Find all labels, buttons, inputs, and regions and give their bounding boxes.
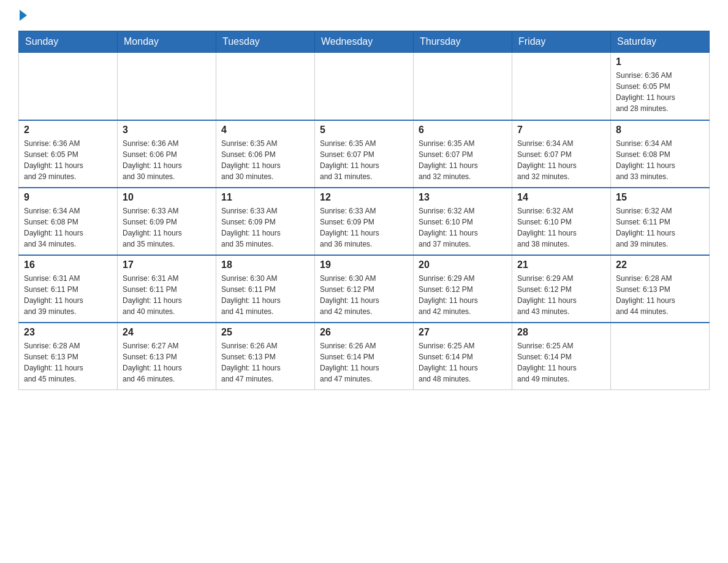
calendar-cell: 6Sunrise: 6:35 AMSunset: 6:07 PMDaylight…: [414, 120, 512, 188]
day-info: Sunrise: 6:36 AMSunset: 6:05 PMDaylight:…: [616, 70, 704, 114]
day-number: 27: [419, 327, 507, 338]
day-info: Sunrise: 6:30 AMSunset: 6:12 PMDaylight:…: [320, 273, 408, 317]
day-number: 15: [616, 192, 704, 203]
calendar-cell: 2Sunrise: 6:36 AMSunset: 6:05 PMDaylight…: [19, 120, 118, 188]
weekday-header-monday: Monday: [118, 31, 216, 53]
day-number: 8: [616, 124, 704, 136]
calendar-cell: [611, 323, 710, 390]
day-info: Sunrise: 6:34 AMSunset: 6:08 PMDaylight:…: [24, 205, 112, 250]
calendar-cell: 24Sunrise: 6:27 AMSunset: 6:13 PMDayligh…: [118, 323, 216, 390]
day-number: 7: [517, 124, 605, 136]
day-info: Sunrise: 6:25 AMSunset: 6:14 PMDaylight:…: [517, 340, 605, 385]
page-header: [18, 12, 710, 21]
day-number: 1: [616, 56, 704, 67]
logo-arrow-icon: [20, 10, 27, 21]
calendar-cell: [118, 53, 216, 120]
day-number: 9: [24, 192, 112, 203]
day-number: 20: [419, 259, 507, 270]
calendar-cell: 28Sunrise: 6:25 AMSunset: 6:14 PMDayligh…: [512, 323, 611, 390]
calendar-cell: 25Sunrise: 6:26 AMSunset: 6:13 PMDayligh…: [216, 323, 315, 390]
weekday-header-thursday: Thursday: [414, 31, 512, 53]
calendar-cell: 12Sunrise: 6:33 AMSunset: 6:09 PMDayligh…: [315, 188, 414, 255]
day-number: 4: [221, 124, 309, 136]
calendar-week-row: 1Sunrise: 6:36 AMSunset: 6:05 PMDaylight…: [19, 53, 710, 120]
weekday-header-tuesday: Tuesday: [216, 31, 315, 53]
weekday-header-sunday: Sunday: [19, 31, 118, 53]
day-number: 28: [517, 327, 605, 338]
day-number: 16: [24, 259, 112, 270]
calendar-cell: 1Sunrise: 6:36 AMSunset: 6:05 PMDaylight…: [611, 53, 710, 120]
day-info: Sunrise: 6:34 AMSunset: 6:07 PMDaylight:…: [517, 138, 605, 182]
day-number: 22: [616, 259, 704, 270]
calendar-cell: 14Sunrise: 6:32 AMSunset: 6:10 PMDayligh…: [512, 188, 611, 255]
calendar-cell: 22Sunrise: 6:28 AMSunset: 6:13 PMDayligh…: [611, 255, 710, 323]
day-number: 19: [320, 259, 408, 270]
day-number: 23: [24, 327, 112, 338]
day-info: Sunrise: 6:33 AMSunset: 6:09 PMDaylight:…: [221, 205, 309, 250]
day-number: 2: [24, 124, 112, 136]
calendar-cell: 3Sunrise: 6:36 AMSunset: 6:06 PMDaylight…: [118, 120, 216, 188]
calendar-week-row: 2Sunrise: 6:36 AMSunset: 6:05 PMDaylight…: [19, 120, 710, 188]
calendar-cell: 7Sunrise: 6:34 AMSunset: 6:07 PMDaylight…: [512, 120, 611, 188]
day-number: 26: [320, 327, 408, 338]
calendar-cell: 13Sunrise: 6:32 AMSunset: 6:10 PMDayligh…: [414, 188, 512, 255]
calendar-cell: 9Sunrise: 6:34 AMSunset: 6:08 PMDaylight…: [19, 188, 118, 255]
calendar-cell: 17Sunrise: 6:31 AMSunset: 6:11 PMDayligh…: [118, 255, 216, 323]
day-number: 17: [123, 259, 211, 270]
day-info: Sunrise: 6:32 AMSunset: 6:10 PMDaylight:…: [419, 205, 507, 250]
calendar-cell: 18Sunrise: 6:30 AMSunset: 6:11 PMDayligh…: [216, 255, 315, 323]
calendar-cell: 20Sunrise: 6:29 AMSunset: 6:12 PMDayligh…: [414, 255, 512, 323]
day-number: 14: [517, 192, 605, 203]
day-number: 25: [221, 327, 309, 338]
day-info: Sunrise: 6:27 AMSunset: 6:13 PMDaylight:…: [123, 340, 211, 385]
calendar-cell: [216, 53, 315, 120]
calendar-table: SundayMondayTuesdayWednesdayThursdayFrid…: [18, 31, 710, 390]
calendar-cell: 27Sunrise: 6:25 AMSunset: 6:14 PMDayligh…: [414, 323, 512, 390]
calendar-cell: 19Sunrise: 6:30 AMSunset: 6:12 PMDayligh…: [315, 255, 414, 323]
calendar-week-row: 16Sunrise: 6:31 AMSunset: 6:11 PMDayligh…: [19, 255, 710, 323]
day-info: Sunrise: 6:34 AMSunset: 6:08 PMDaylight:…: [616, 138, 704, 182]
calendar-cell: [19, 53, 118, 120]
day-info: Sunrise: 6:35 AMSunset: 6:07 PMDaylight:…: [419, 138, 507, 182]
day-info: Sunrise: 6:25 AMSunset: 6:14 PMDaylight:…: [419, 340, 507, 385]
day-info: Sunrise: 6:33 AMSunset: 6:09 PMDaylight:…: [320, 205, 408, 250]
day-info: Sunrise: 6:31 AMSunset: 6:11 PMDaylight:…: [24, 273, 112, 317]
day-number: 21: [517, 259, 605, 270]
calendar-week-row: 9Sunrise: 6:34 AMSunset: 6:08 PMDaylight…: [19, 188, 710, 255]
day-info: Sunrise: 6:35 AMSunset: 6:06 PMDaylight:…: [221, 138, 309, 182]
day-number: 5: [320, 124, 408, 136]
calendar-week-row: 23Sunrise: 6:28 AMSunset: 6:13 PMDayligh…: [19, 323, 710, 390]
day-info: Sunrise: 6:36 AMSunset: 6:05 PMDaylight:…: [24, 138, 112, 182]
day-info: Sunrise: 6:26 AMSunset: 6:14 PMDaylight:…: [320, 340, 408, 385]
day-number: 11: [221, 192, 309, 203]
calendar-cell: 10Sunrise: 6:33 AMSunset: 6:09 PMDayligh…: [118, 188, 216, 255]
day-info: Sunrise: 6:28 AMSunset: 6:13 PMDaylight:…: [616, 273, 704, 317]
calendar-cell: 16Sunrise: 6:31 AMSunset: 6:11 PMDayligh…: [19, 255, 118, 323]
calendar-cell: [512, 53, 611, 120]
day-number: 12: [320, 192, 408, 203]
day-number: 24: [123, 327, 211, 338]
day-number: 13: [419, 192, 507, 203]
logo: [18, 12, 27, 21]
day-info: Sunrise: 6:35 AMSunset: 6:07 PMDaylight:…: [320, 138, 408, 182]
calendar-cell: 26Sunrise: 6:26 AMSunset: 6:14 PMDayligh…: [315, 323, 414, 390]
calendar-cell: 8Sunrise: 6:34 AMSunset: 6:08 PMDaylight…: [611, 120, 710, 188]
day-info: Sunrise: 6:26 AMSunset: 6:13 PMDaylight:…: [221, 340, 309, 385]
day-info: Sunrise: 6:31 AMSunset: 6:11 PMDaylight:…: [123, 273, 211, 317]
day-number: 3: [123, 124, 211, 136]
calendar-cell: 15Sunrise: 6:32 AMSunset: 6:11 PMDayligh…: [611, 188, 710, 255]
calendar-cell: [315, 53, 414, 120]
day-number: 6: [419, 124, 507, 136]
day-info: Sunrise: 6:29 AMSunset: 6:12 PMDaylight:…: [419, 273, 507, 317]
calendar-cell: 21Sunrise: 6:29 AMSunset: 6:12 PMDayligh…: [512, 255, 611, 323]
day-info: Sunrise: 6:36 AMSunset: 6:06 PMDaylight:…: [123, 138, 211, 182]
calendar-cell: 11Sunrise: 6:33 AMSunset: 6:09 PMDayligh…: [216, 188, 315, 255]
day-info: Sunrise: 6:28 AMSunset: 6:13 PMDaylight:…: [24, 340, 112, 385]
calendar-cell: 4Sunrise: 6:35 AMSunset: 6:06 PMDaylight…: [216, 120, 315, 188]
day-info: Sunrise: 6:30 AMSunset: 6:11 PMDaylight:…: [221, 273, 309, 317]
day-number: 18: [221, 259, 309, 270]
calendar-cell: [414, 53, 512, 120]
day-info: Sunrise: 6:33 AMSunset: 6:09 PMDaylight:…: [123, 205, 211, 250]
day-info: Sunrise: 6:32 AMSunset: 6:11 PMDaylight:…: [616, 205, 704, 250]
weekday-header-saturday: Saturday: [611, 31, 710, 53]
